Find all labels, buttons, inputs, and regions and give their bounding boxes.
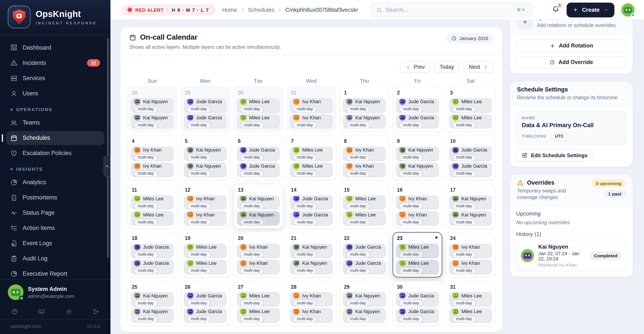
oncall-entry[interactable]: Miles Leemulti-day [290, 147, 333, 161]
calendar-day-cell-23[interactable]: 23Miles Leemulti-dayMiles Leemulti-day [393, 232, 442, 277]
sidebar-item-action-items[interactable]: Action Items [6, 221, 104, 235]
calendar-day-cell-22[interactable]: 22Jude Garciamulti-dayJude Garciamulti-d… [340, 232, 389, 277]
calendar-day-cell-15[interactable]: 15Miles Leemulti-dayMiles Leemulti-day [340, 184, 389, 229]
oncall-entry[interactable]: Miles Leemulti-day [449, 308, 492, 323]
oncall-entry[interactable]: Jude Garciamulti-day [184, 114, 226, 129]
sidebar-collapse-button[interactable]: « [104, 155, 110, 177]
sidebar-item-analytics[interactable]: Analytics [6, 175, 104, 189]
oncall-entry[interactable]: Kai Nguyenmulti-day [343, 114, 386, 129]
oncall-entry[interactable]: Jude Garciamulti-day [449, 163, 492, 177]
calendar-day-cell-20[interactable]: 20Ivy Khanmulti-dayIvy Khanmulti-day [234, 232, 283, 277]
calendar-day-cell-11[interactable]: 11Miles Leemulti-dayMiles Leemulti-day [128, 184, 177, 229]
oncall-entry[interactable]: Jude Garciamulti-day [131, 244, 174, 258]
calendar-day-cell-6[interactable]: 6Jude Garciamulti-dayJude Garciamulti-da… [234, 135, 283, 180]
settings-icon[interactable] [66, 308, 72, 315]
calendar-day-cell-8[interactable]: 8Ivy Khanmulti-dayIvy Khanmulti-day [340, 135, 389, 180]
oncall-entry[interactable]: Jude Garciamulti-day [290, 195, 333, 210]
oncall-entry[interactable]: Ivy Khanmulti-day [343, 147, 386, 161]
oncall-entry[interactable]: Miles Leemulti-day [237, 308, 280, 323]
calendar-day-cell-29[interactable]: 29Jude Garciamulti-dayJude Garciamulti-d… [180, 87, 230, 132]
oncall-entry[interactable]: Kai Nguyenmulti-day [449, 211, 492, 226]
calendar-day-cell-28[interactable]: 28Ivy Khanmulti-dayIvy Khanmulti-day [286, 281, 336, 326]
breadcrumb-cmkphh8ux0075l6taf3vecsk[interactable]: Cmkphh8ux0075l6taf3vecskr [285, 7, 358, 13]
oncall-entry[interactable]: Kai Nguyenmulti-day [131, 114, 174, 129]
sidebar-scrollbar[interactable] [107, 38, 109, 258]
calendar-day-cell-1[interactable]: 1Kai Nguyenmulti-dayKai Nguyenmulti-day [340, 87, 389, 132]
oncall-entry[interactable]: Ivy Khanmulti-day [290, 308, 333, 323]
calendar-day-cell-2[interactable]: 2Jude Garciamulti-dayJude Garciamulti-da… [393, 87, 442, 132]
calendar-day-cell-14[interactable]: 14Jude Garciamulti-dayJude Garciamulti-d… [286, 184, 336, 229]
sidebar-item-dashboard[interactable]: Dashboard [6, 41, 104, 54]
search-input[interactable] [386, 7, 510, 13]
calendar-day-cell-21[interactable]: 21Kai Nguyenmulti-dayKai Nguyenmulti-day [286, 232, 336, 277]
help-icon[interactable] [11, 308, 18, 315]
oncall-entry[interactable]: Miles Leemulti-day [449, 114, 492, 129]
sidebar-item-escalation-policies[interactable]: Escalation Policies [6, 146, 104, 160]
sidebar-user[interactable]: System Admin admin@example.com [0, 279, 110, 305]
calendar-day-cell-10[interactable]: 10Jude Garciamulti-dayJude Garciamulti-d… [446, 135, 495, 180]
prev-month-button[interactable]: Prev [400, 61, 430, 73]
oncall-entry[interactable]: Kai Nguyenmulti-day [290, 244, 333, 258]
oncall-entry[interactable]: Miles Leemulti-day [131, 211, 174, 226]
calendar-day-cell-26[interactable]: 26Jude Garciamulti-dayJude Garciamulti-d… [180, 281, 230, 326]
calendar-day-cell-12[interactable]: 12Ivy Khanmulti-dayIvy Khanmulti-day [180, 184, 230, 229]
override-history-item[interactable]: Kai NguyenJan 22, 07:24 - Jan 22, 19:24R… [516, 240, 626, 271]
oncall-entry[interactable]: Miles Leemulti-day [237, 98, 280, 113]
calendar-day-cell-3[interactable]: 3Miles Leemulti-dayMiles Leemulti-day [446, 87, 495, 132]
oncall-entry[interactable]: Jude Garciamulti-day [184, 292, 226, 307]
calendar-day-cell-5[interactable]: 5Kai Nguyenmulti-dayKai Nguyenmulti-day [180, 135, 230, 180]
sidebar-item-schedules[interactable]: Schedules [6, 131, 104, 145]
sidebar-item-teams[interactable]: Teams [6, 116, 104, 129]
sidebar-item-executive-report[interactable]: Executive Report [6, 267, 104, 279]
oncall-entry[interactable]: Kai Nguyenmulti-day [449, 195, 492, 210]
oncall-entry[interactable]: Kai Nguyenmulti-day [184, 147, 226, 161]
oncall-entry[interactable]: Ivy Khanmulti-day [449, 244, 492, 258]
oncall-entry[interactable]: Jude Garciamulti-day [131, 260, 174, 274]
oncall-entry[interactable]: Miles Leemulti-day [237, 292, 280, 307]
calendar-day-cell-28[interactable]: 28Kai Nguyenmulti-dayKai Nguyenmulti-day [128, 87, 177, 132]
oncall-entry[interactable]: Miles Leemulti-day [396, 260, 439, 274]
oncall-entry[interactable]: Ivy Khanmulti-day [290, 114, 333, 129]
sidebar-item-incidents[interactable]: Incidents22 [6, 56, 104, 70]
oncall-entry[interactable]: Kai Nguyenmulti-day [396, 163, 439, 177]
notifications-button[interactable]: 1 [552, 5, 560, 15]
oncall-entry[interactable]: Ivy Khanmulti-day [290, 98, 333, 113]
oncall-entry[interactable]: Jude Garciamulti-day [396, 98, 439, 113]
add-rotation-button[interactable]: Add Rotation [516, 40, 626, 52]
create-button[interactable]: Create [566, 3, 614, 17]
oncall-entry[interactable]: Kai Nguyenmulti-day [343, 98, 386, 113]
calendar-day-cell-7[interactable]: 7Miles Leemulti-dayMiles Leemulti-day [286, 135, 336, 180]
oncall-entry[interactable]: Miles Leemulti-day [449, 98, 492, 113]
sidebar-item-audit-log[interactable]: Audit Log [6, 251, 104, 265]
calendar-day-cell-17[interactable]: 17Kai Nguyenmulti-dayKai Nguyenmulti-day [446, 184, 495, 229]
oncall-entry[interactable]: Ivy Khanmulti-day [237, 260, 280, 274]
oncall-entry[interactable]: Jude Garciamulti-day [237, 147, 280, 161]
breadcrumb-schedules[interactable]: Schedules [248, 7, 274, 13]
calendar-day-cell-16[interactable]: 16Ivy Khanmulti-dayIvy Khanmulti-day [393, 184, 442, 229]
oncall-entry[interactable]: Kai Nguyenmulti-day [237, 195, 280, 210]
oncall-entry[interactable]: Ivy Khanmulti-day [184, 211, 226, 226]
calendar-day-cell-30[interactable]: 30Miles Leemulti-dayMiles Leemulti-day [234, 87, 283, 132]
breadcrumb-home[interactable]: Home [222, 7, 237, 13]
calendar-day-cell-13[interactable]: 13Kai Nguyenmulti-dayKai Nguyenmulti-day [234, 184, 283, 229]
sidebar-item-services[interactable]: Services [6, 71, 104, 85]
oncall-entry[interactable]: Ivy Khanmulti-day [290, 292, 333, 307]
sidebar-item-status-page[interactable]: Status Page [6, 206, 104, 220]
oncall-entry[interactable]: Kai Nguyenmulti-day [131, 98, 174, 113]
oncall-entry[interactable]: Kai Nguyenmulti-day [396, 147, 439, 161]
oncall-entry[interactable]: Jude Garciamulti-day [396, 114, 439, 129]
oncall-entry[interactable]: Miles Leemulti-day [184, 244, 226, 258]
oncall-entry[interactable]: Jude Garciamulti-day [396, 292, 439, 307]
calendar-day-cell-27[interactable]: 27Miles Leemulti-dayMiles Leemulti-day [234, 281, 283, 326]
oncall-entry[interactable]: Jude Garciamulti-day [343, 260, 386, 274]
sidebar-item-users[interactable]: Users [6, 86, 104, 100]
logout-icon[interactable] [92, 308, 99, 315]
oncall-entry[interactable]: Miles Leemulti-day [343, 195, 386, 210]
oncall-entry[interactable]: Jude Garciamulti-day [290, 211, 333, 226]
oncall-entry[interactable]: Ivy Khanmulti-day [343, 163, 386, 177]
oncall-entry[interactable]: Jude Garciamulti-day [449, 147, 492, 161]
oncall-entry[interactable]: Ivy Khanmulti-day [449, 260, 492, 274]
oncall-entry[interactable]: Ivy Khanmulti-day [131, 147, 174, 161]
oncall-entry[interactable]: Kai Nguyenmulti-day [237, 211, 280, 226]
oncall-entry[interactable]: Jude Garciamulti-day [184, 308, 226, 323]
